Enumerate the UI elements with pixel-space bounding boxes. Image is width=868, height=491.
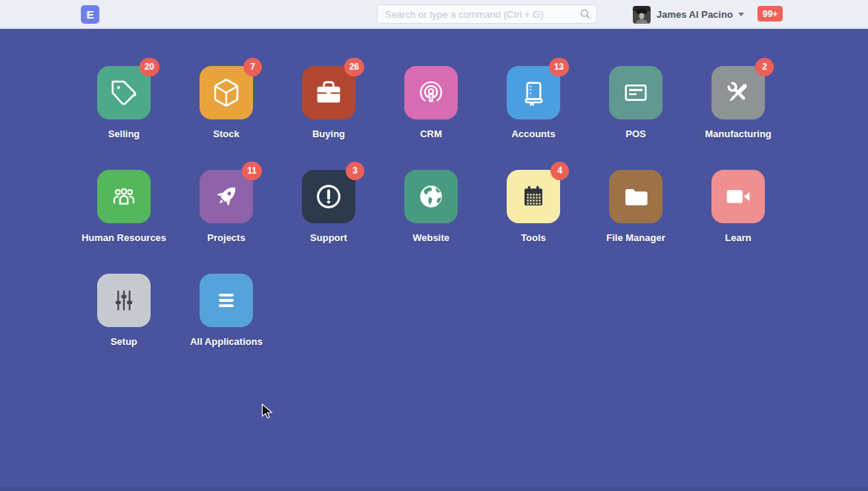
module-stock[interactable]: 7 Stock xyxy=(175,66,277,139)
module-tile[interactable] xyxy=(200,274,253,327)
module-label: Buying xyxy=(312,128,345,139)
module-label: Website xyxy=(412,232,450,243)
search-bar xyxy=(377,4,597,24)
module-pos[interactable]: POS xyxy=(585,66,687,139)
app-logo[interactable]: E xyxy=(81,5,99,24)
count-badge: 20 xyxy=(139,58,160,76)
module-file-manager[interactable]: File Manager xyxy=(585,170,687,243)
menu-icon xyxy=(211,286,241,315)
count-badge: 13 xyxy=(549,58,569,76)
count-badge: 3 xyxy=(346,162,364,180)
module-tile[interactable] xyxy=(609,170,662,223)
module-label: Accounts xyxy=(511,128,555,139)
module-label: Setup xyxy=(111,336,137,347)
module-tile[interactable]: 7 xyxy=(200,66,253,119)
count-badge: 11 xyxy=(242,162,262,180)
mouse-cursor-icon xyxy=(261,403,274,420)
module-tile[interactable]: 2 xyxy=(711,66,765,119)
module-support[interactable]: 3 Support xyxy=(277,170,380,243)
module-setup[interactable]: Setup xyxy=(73,274,175,347)
alert-circle-icon xyxy=(314,182,343,211)
count-badge: 7 xyxy=(243,58,262,76)
ledger-icon xyxy=(519,78,548,108)
module-crm[interactable]: CRM xyxy=(380,66,482,139)
module-label: Projects xyxy=(207,232,245,243)
module-projects[interactable]: 11 Projects xyxy=(175,170,277,243)
bottom-strip xyxy=(0,487,868,491)
module-website[interactable]: Website xyxy=(380,170,482,243)
folder-icon xyxy=(621,182,651,211)
rocket-icon xyxy=(211,182,241,211)
module-tile[interactable]: 11 xyxy=(200,170,253,223)
module-learn[interactable]: Learn xyxy=(687,170,789,243)
module-manufacturing[interactable]: 2 Manufacturing xyxy=(687,66,789,139)
module-tile[interactable]: 3 xyxy=(302,170,355,223)
module-label: Selling xyxy=(108,128,140,139)
module-label: Learn xyxy=(725,232,751,243)
search-input[interactable] xyxy=(377,4,597,24)
module-label: File Manager xyxy=(606,232,665,243)
module-label: All Applications xyxy=(190,336,263,347)
module-tools[interactable]: 4 Tools xyxy=(482,170,585,243)
module-tile[interactable] xyxy=(711,170,765,223)
module-label: Support xyxy=(310,232,347,243)
module-tile[interactable] xyxy=(609,66,662,119)
wrench-screwdriver-icon xyxy=(723,78,753,108)
video-camera-icon xyxy=(723,182,753,211)
count-badge: 4 xyxy=(550,162,569,180)
module-grid: 20 Selling 7 Stock 26 Buying CRM 13 Acco… xyxy=(73,30,797,378)
user-menu[interactable]: James Al Pacino xyxy=(633,0,744,29)
calendar-icon xyxy=(519,182,548,211)
briefcase-icon xyxy=(314,78,343,108)
module-tile[interactable] xyxy=(97,274,151,327)
people-group-icon xyxy=(109,182,139,211)
user-name: James Al Pacino xyxy=(657,9,733,20)
module-label: CRM xyxy=(420,128,442,139)
module-label: Manufacturing xyxy=(705,128,772,139)
tag-icon xyxy=(109,78,139,108)
module-tile[interactable] xyxy=(97,170,151,223)
count-badge: 26 xyxy=(344,58,364,76)
module-tile[interactable]: 20 xyxy=(97,66,151,119)
box-icon xyxy=(211,78,241,108)
logo-letter: E xyxy=(86,8,93,21)
module-tile[interactable]: 13 xyxy=(507,66,560,119)
module-tile[interactable]: 4 xyxy=(507,170,560,223)
notifications-badge[interactable]: 99+ xyxy=(757,6,783,22)
module-all-applications[interactable]: All Applications xyxy=(175,274,277,347)
module-tile[interactable]: 26 xyxy=(302,66,355,119)
module-selling[interactable]: 20 Selling xyxy=(73,66,175,139)
podcast-person-icon xyxy=(416,78,446,108)
module-human-resources[interactable]: Human Resources xyxy=(73,170,175,243)
module-tile[interactable] xyxy=(404,170,458,223)
module-label: Stock xyxy=(213,128,239,139)
search-icon[interactable] xyxy=(579,8,591,20)
navbar: E James Al Pacino 99+ xyxy=(0,0,868,29)
module-buying[interactable]: 26 Buying xyxy=(277,66,380,139)
sliders-icon xyxy=(109,286,139,315)
module-label: POS xyxy=(625,128,645,139)
count-badge: 2 xyxy=(755,58,774,76)
module-accounts[interactable]: 13 Accounts xyxy=(482,66,585,139)
chevron-down-icon xyxy=(738,13,744,16)
module-label: Human Resources xyxy=(82,232,166,243)
credit-card-icon xyxy=(621,78,651,108)
module-tile[interactable] xyxy=(404,66,458,119)
module-label: Tools xyxy=(521,232,546,243)
globe-icon xyxy=(416,182,446,211)
user-avatar-image xyxy=(633,6,651,24)
